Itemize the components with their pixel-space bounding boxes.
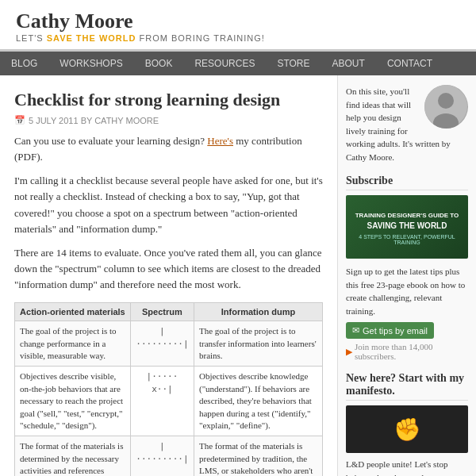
- subscribers-count: ▶ Join more than 14,000 subscribers.: [346, 342, 468, 361]
- checklist-table: Action-oriented materials Spectrum Infor…: [14, 302, 323, 476]
- site-header: Cathy Moore LET'S SAVE THE WORLD FROM BO…: [0, 0, 476, 52]
- nav-store[interactable]: STORE: [266, 52, 321, 75]
- svg-point-1: [438, 93, 454, 109]
- book-cover: TRAINING DESIGNER'S GUIDE TO SAVING THE …: [346, 195, 468, 259]
- table-cell-spectrum: |·········|: [130, 436, 194, 476]
- main-content: Checklist for strong learning design 📅 5…: [0, 75, 337, 476]
- article-meta: 📅 5 JULY 2011 BY CATHY MOORE: [14, 115, 323, 125]
- article-para-3: There are 14 items to evaluate. Once you…: [14, 245, 323, 293]
- nav-blog[interactable]: BLOG: [0, 52, 48, 75]
- nav-about[interactable]: ABOUT: [321, 52, 376, 75]
- table-cell-action: The goal of the project is to change per…: [15, 321, 131, 367]
- tagline-after: FROM BORING TRAINING!: [136, 33, 264, 43]
- table-row: The goal of the project is to change per…: [15, 321, 323, 367]
- table-cell-action: The format of the materials is determine…: [15, 436, 131, 476]
- table-header-spectrum: Spectrum: [130, 303, 194, 321]
- table-header-action: Action-oriented materials: [15, 303, 131, 321]
- here-link[interactable]: Here's: [207, 135, 233, 147]
- nav-book[interactable]: BOOK: [134, 52, 184, 75]
- new-here-text: L&D people unite! Let's stop being order…: [346, 458, 468, 476]
- table-cell-info: The format of the materials is predeterm…: [194, 436, 322, 476]
- nav-workshops[interactable]: WORKSHOPS: [48, 52, 133, 75]
- article-date-author: 5 JULY 2011 BY CATHY MOORE: [29, 116, 159, 125]
- table-row: Objectives describe visible, on-the-job …: [15, 367, 323, 436]
- table-cell-spectrum: |·········|: [130, 321, 194, 367]
- subscribers-text: Join more than 14,000 subscribers.: [355, 342, 468, 361]
- calendar-icon: 📅: [14, 115, 25, 125]
- email-icon: ✉: [352, 325, 359, 336]
- article-para-2: I'm calling it a checklist because sever…: [14, 173, 323, 237]
- tagline-before: LET'S: [16, 33, 47, 43]
- content-wrap: Checklist for strong learning design 📅 5…: [0, 75, 476, 476]
- table-cell-info: The goal of the project is to transfer i…: [194, 321, 322, 367]
- table-row: The format of the materials is determine…: [15, 436, 323, 476]
- manifesto-box: ✊: [346, 405, 468, 453]
- table-cell-spectrum: |····· x··|: [130, 367, 194, 436]
- email-tips-button[interactable]: ✉ Get tips by email: [346, 322, 434, 339]
- subscribe-text: Sign up to get the latest tips plus this…: [346, 265, 468, 317]
- sidebar: On this site, you'll find ideas that wil…: [337, 75, 476, 476]
- table-cell-action: Objectives describe visible, on-the-job …: [15, 367, 131, 436]
- rss-icon: ▶: [346, 347, 352, 357]
- tagline: LET'S SAVE THE WORLD FROM BORING TRAININ…: [16, 33, 460, 43]
- nav-contact[interactable]: CONTACT: [376, 52, 443, 75]
- book-title: TRAINING DESIGNER'S GUIDE TO SAVING THE …: [352, 209, 463, 234]
- new-here-title: New here? Start with my manifesto.: [346, 372, 468, 401]
- nav-resources[interactable]: RESOURCES: [183, 52, 266, 75]
- sidebar-new-here: New here? Start with my manifesto. ✊ L&D…: [346, 372, 468, 476]
- article-para-1: Can you use to evaluate your learning de…: [14, 133, 323, 165]
- sidebar-intro: On this site, you'll find ideas that wil…: [346, 85, 468, 163]
- main-nav: BLOG WORKSHOPS BOOK RESOURCES STORE ABOU…: [0, 52, 476, 75]
- fist-icon: ✊: [393, 416, 421, 443]
- sidebar-subscribe: Subscribe TRAINING DESIGNER'S GUIDE TO S…: [346, 175, 468, 361]
- email-tips-label: Get tips by email: [363, 326, 428, 336]
- article-body: Can you use to evaluate your learning de…: [14, 133, 323, 476]
- table-cell-info: Objectives describe knowledge ("understa…: [194, 367, 322, 436]
- site-name: Cathy Moore: [16, 10, 460, 33]
- table-header-info: Information dump: [194, 303, 322, 321]
- article-title: Checklist for strong learning design: [14, 90, 323, 110]
- subscribe-title: Subscribe: [346, 175, 468, 190]
- tagline-highlight: SAVE THE WORLD: [47, 33, 136, 43]
- author-avatar: [424, 85, 468, 129]
- book-subtitle: 4 STEPS TO RELEVANT, POWERFUL TRAINING: [346, 234, 468, 245]
